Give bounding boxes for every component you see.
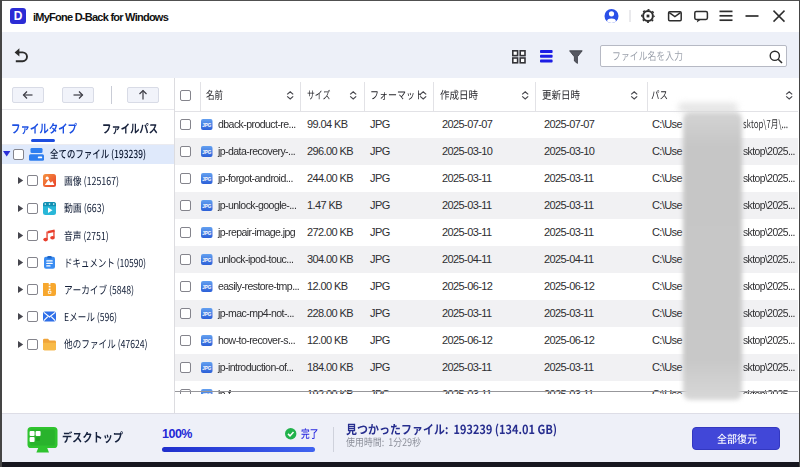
svg-text:JPG: JPG [202, 150, 212, 155]
svg-text:JPG: JPG [202, 312, 212, 317]
svg-text:JPG: JPG [202, 366, 212, 371]
svg-text:JPG: JPG [202, 285, 212, 290]
svg-text:JPG: JPG [202, 123, 212, 128]
svg-text:JPG: JPG [202, 393, 212, 394]
svg-text:JPG: JPG [202, 339, 212, 344]
svg-text:JPG: JPG [202, 258, 212, 263]
svg-text:JPG: JPG [202, 177, 212, 182]
svg-text:JPG: JPG [202, 231, 212, 236]
svg-text:JPG: JPG [202, 204, 212, 209]
